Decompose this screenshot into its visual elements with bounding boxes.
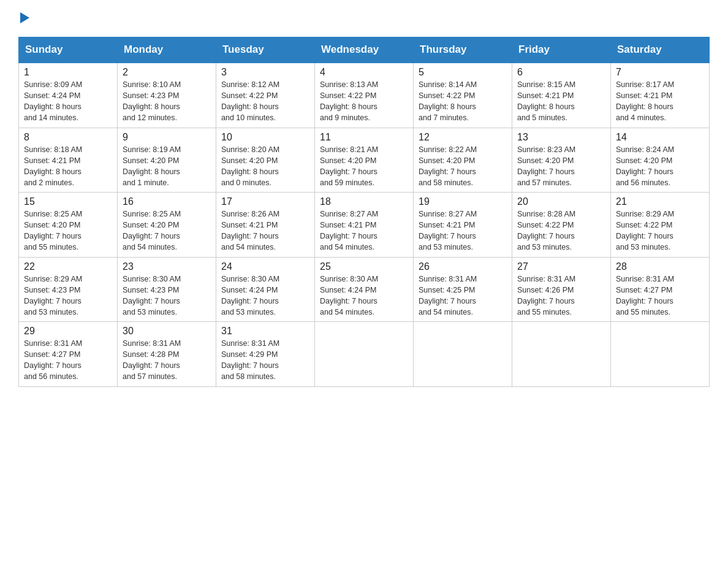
day-number: 15 — [24, 196, 112, 207]
day-number: 26 — [419, 261, 507, 272]
day-info: Sunrise: 8:19 AMSunset: 4:20 PMDaylight:… — [123, 144, 211, 189]
day-info: Sunrise: 8:29 AMSunset: 4:23 PMDaylight:… — [24, 274, 112, 318]
calendar-cell: 21Sunrise: 8:29 AMSunset: 4:22 PMDayligh… — [611, 193, 710, 258]
calendar-cell: 1Sunrise: 8:09 AMSunset: 4:24 PMDaylight… — [19, 63, 118, 128]
day-info: Sunrise: 8:31 AMSunset: 4:28 PMDaylight:… — [123, 338, 211, 383]
logo-arrow-icon — [20, 12, 29, 23]
day-number: 10 — [221, 132, 309, 143]
day-number: 21 — [616, 196, 704, 207]
calendar-week-row: 1Sunrise: 8:09 AMSunset: 4:24 PMDaylight… — [19, 63, 710, 128]
day-info: Sunrise: 8:17 AMSunset: 4:21 PMDaylight:… — [616, 79, 704, 124]
calendar-cell: 25Sunrise: 8:30 AMSunset: 4:24 PMDayligh… — [315, 257, 414, 322]
day-number: 30 — [123, 326, 211, 337]
day-number: 20 — [517, 196, 605, 207]
day-number: 1 — [24, 67, 112, 78]
day-info: Sunrise: 8:30 AMSunset: 4:24 PMDaylight:… — [320, 274, 408, 318]
day-number: 22 — [24, 261, 112, 272]
calendar-cell: 19Sunrise: 8:27 AMSunset: 4:21 PMDayligh… — [414, 193, 512, 258]
day-info: Sunrise: 8:29 AMSunset: 4:22 PMDaylight:… — [616, 209, 704, 253]
calendar-cell — [512, 322, 611, 387]
day-info: Sunrise: 8:30 AMSunset: 4:24 PMDaylight:… — [221, 274, 309, 318]
calendar-cell: 26Sunrise: 8:31 AMSunset: 4:25 PMDayligh… — [414, 257, 512, 322]
day-number: 31 — [221, 326, 309, 337]
day-info: Sunrise: 8:27 AMSunset: 4:21 PMDaylight:… — [320, 209, 408, 253]
day-info: Sunrise: 8:30 AMSunset: 4:23 PMDaylight:… — [123, 274, 211, 318]
header-wednesday: Wednesday — [315, 37, 414, 63]
day-info: Sunrise: 8:12 AMSunset: 4:22 PMDaylight:… — [221, 79, 309, 124]
day-info: Sunrise: 8:31 AMSunset: 4:27 PMDaylight:… — [24, 338, 112, 383]
day-number: 17 — [221, 196, 309, 207]
day-number: 18 — [320, 196, 408, 207]
day-number: 16 — [123, 196, 211, 207]
header-sunday: Sunday — [19, 37, 118, 63]
calendar-cell: 23Sunrise: 8:30 AMSunset: 4:23 PMDayligh… — [118, 257, 216, 322]
day-info: Sunrise: 8:20 AMSunset: 4:20 PMDaylight:… — [221, 144, 309, 189]
day-number: 7 — [616, 67, 704, 78]
day-info: Sunrise: 8:21 AMSunset: 4:20 PMDaylight:… — [320, 144, 408, 189]
calendar-cell: 5Sunrise: 8:14 AMSunset: 4:22 PMDaylight… — [414, 63, 512, 128]
calendar-cell: 14Sunrise: 8:24 AMSunset: 4:20 PMDayligh… — [611, 128, 710, 193]
calendar-cell: 24Sunrise: 8:30 AMSunset: 4:24 PMDayligh… — [216, 257, 315, 322]
day-number: 23 — [123, 261, 211, 272]
day-number: 28 — [616, 261, 704, 272]
calendar-cell: 31Sunrise: 8:31 AMSunset: 4:29 PMDayligh… — [216, 322, 315, 387]
day-info: Sunrise: 8:10 AMSunset: 4:23 PMDaylight:… — [123, 79, 211, 124]
day-number: 19 — [419, 196, 507, 207]
day-info: Sunrise: 8:24 AMSunset: 4:20 PMDaylight:… — [616, 144, 704, 189]
day-number: 11 — [320, 132, 408, 143]
day-info: Sunrise: 8:31 AMSunset: 4:29 PMDaylight:… — [221, 338, 309, 383]
day-number: 27 — [517, 261, 605, 272]
day-info: Sunrise: 8:22 AMSunset: 4:20 PMDaylight:… — [419, 144, 507, 189]
calendar-cell: 18Sunrise: 8:27 AMSunset: 4:21 PMDayligh… — [315, 193, 414, 258]
day-number: 29 — [24, 326, 112, 337]
calendar-cell: 7Sunrise: 8:17 AMSunset: 4:21 PMDaylight… — [611, 63, 710, 128]
day-info: Sunrise: 8:25 AMSunset: 4:20 PMDaylight:… — [123, 209, 211, 253]
header-friday: Friday — [512, 37, 611, 63]
day-number: 25 — [320, 261, 408, 272]
day-info: Sunrise: 8:25 AMSunset: 4:20 PMDaylight:… — [24, 209, 112, 253]
calendar-cell: 10Sunrise: 8:20 AMSunset: 4:20 PMDayligh… — [216, 128, 315, 193]
day-info: Sunrise: 8:23 AMSunset: 4:20 PMDaylight:… — [517, 144, 605, 189]
calendar-header-row: SundayMondayTuesdayWednesdayThursdayFrid… — [19, 37, 710, 63]
day-number: 9 — [123, 132, 211, 143]
day-number: 8 — [24, 132, 112, 143]
calendar-week-row: 15Sunrise: 8:25 AMSunset: 4:20 PMDayligh… — [19, 193, 710, 258]
header-tuesday: Tuesday — [216, 37, 315, 63]
calendar-week-row: 29Sunrise: 8:31 AMSunset: 4:27 PMDayligh… — [19, 322, 710, 387]
calendar-cell — [315, 322, 414, 387]
calendar-cell: 28Sunrise: 8:31 AMSunset: 4:27 PMDayligh… — [611, 257, 710, 322]
calendar-table: SundayMondayTuesdayWednesdayThursdayFrid… — [18, 37, 710, 387]
calendar-cell: 6Sunrise: 8:15 AMSunset: 4:21 PMDaylight… — [512, 63, 611, 128]
calendar-cell: 16Sunrise: 8:25 AMSunset: 4:20 PMDayligh… — [118, 193, 216, 258]
calendar-cell: 11Sunrise: 8:21 AMSunset: 4:20 PMDayligh… — [315, 128, 414, 193]
day-number: 2 — [123, 67, 211, 78]
day-number: 6 — [517, 67, 605, 78]
calendar-cell — [414, 322, 512, 387]
calendar-cell: 27Sunrise: 8:31 AMSunset: 4:26 PMDayligh… — [512, 257, 611, 322]
day-info: Sunrise: 8:14 AMSunset: 4:22 PMDaylight:… — [419, 79, 507, 124]
calendar-cell: 29Sunrise: 8:31 AMSunset: 4:27 PMDayligh… — [19, 322, 118, 387]
calendar-week-row: 22Sunrise: 8:29 AMSunset: 4:23 PMDayligh… — [19, 257, 710, 322]
calendar-cell: 3Sunrise: 8:12 AMSunset: 4:22 PMDaylight… — [216, 63, 315, 128]
day-info: Sunrise: 8:13 AMSunset: 4:22 PMDaylight:… — [320, 79, 408, 124]
calendar-cell — [611, 322, 710, 387]
day-info: Sunrise: 8:31 AMSunset: 4:27 PMDaylight:… — [616, 274, 704, 318]
day-number: 3 — [221, 67, 309, 78]
header-saturday: Saturday — [611, 37, 710, 63]
calendar-cell: 17Sunrise: 8:26 AMSunset: 4:21 PMDayligh… — [216, 193, 315, 258]
calendar-cell: 15Sunrise: 8:25 AMSunset: 4:20 PMDayligh… — [19, 193, 118, 258]
calendar-cell: 9Sunrise: 8:19 AMSunset: 4:20 PMDaylight… — [118, 128, 216, 193]
calendar-cell: 13Sunrise: 8:23 AMSunset: 4:20 PMDayligh… — [512, 128, 611, 193]
day-number: 4 — [320, 67, 408, 78]
calendar-cell: 12Sunrise: 8:22 AMSunset: 4:20 PMDayligh… — [414, 128, 512, 193]
day-number: 24 — [221, 261, 309, 272]
calendar-cell: 8Sunrise: 8:18 AMSunset: 4:21 PMDaylight… — [19, 128, 118, 193]
day-info: Sunrise: 8:18 AMSunset: 4:21 PMDaylight:… — [24, 144, 112, 189]
day-number: 5 — [419, 67, 507, 78]
day-info: Sunrise: 8:09 AMSunset: 4:24 PMDaylight:… — [24, 79, 112, 124]
calendar-cell: 2Sunrise: 8:10 AMSunset: 4:23 PMDaylight… — [118, 63, 216, 128]
calendar-cell: 4Sunrise: 8:13 AMSunset: 4:22 PMDaylight… — [315, 63, 414, 128]
calendar-week-row: 8Sunrise: 8:18 AMSunset: 4:21 PMDaylight… — [19, 128, 710, 193]
calendar-cell: 20Sunrise: 8:28 AMSunset: 4:22 PMDayligh… — [512, 193, 611, 258]
header-monday: Monday — [118, 37, 216, 63]
